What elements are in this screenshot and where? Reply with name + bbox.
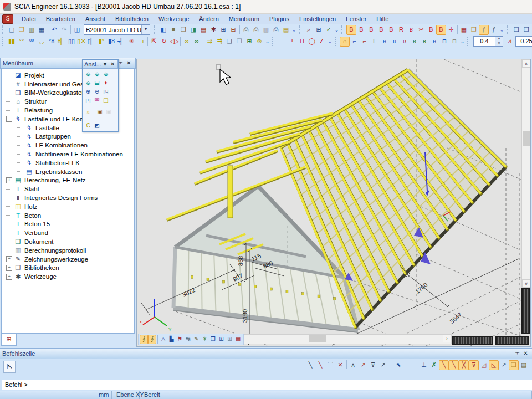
overflow-chevron-icon[interactable]: ⌄: [264, 37, 270, 46]
open-file-icon[interactable]: ❐: [17, 25, 27, 35]
menu-item-ansicht[interactable]: Ansicht: [80, 14, 110, 23]
girder-icon[interactable]: ʜ: [429, 37, 439, 47]
toolbar-grip[interactable]: [154, 25, 157, 34]
hinge-icon[interactable]: ▮8: [106, 37, 116, 47]
toolbar-grip[interactable]: [341, 25, 345, 34]
tree-expander-icon[interactable]: +: [6, 265, 12, 271]
results-chart-icon[interactable]: ▙: [167, 335, 176, 344]
plate-icon[interactable]: ▯▯: [66, 37, 76, 47]
report-icon[interactable]: ▤: [281, 25, 291, 35]
paste-window-icon[interactable]: ❐: [521, 25, 531, 35]
view-axonometric-icon[interactable]: ⬙: [84, 79, 93, 88]
truss-icon[interactable]: ʜ: [380, 37, 390, 47]
tree-tab-icon[interactable]: ⊞: [1, 334, 17, 346]
paperspace-gallery-icon[interactable]: ⊟: [228, 25, 238, 35]
mirror-icon[interactable]: ◁▷: [169, 37, 179, 47]
ucs-perp-icon[interactable]: ⊥: [419, 360, 429, 370]
loadcase-2-icon[interactable]: B: [356, 25, 366, 35]
gallery-icon[interactable]: ❒: [178, 25, 188, 35]
menu-item-bearbeiten[interactable]: Bearbeiten: [41, 14, 80, 23]
toolbar-grip[interactable]: [467, 37, 470, 46]
screenshot-wire-icon[interactable]: ▣: [104, 108, 113, 116]
units-icon[interactable]: ◧: [158, 25, 168, 35]
tree-expander-icon[interactable]: -: [6, 116, 12, 122]
scia-logo-icon[interactable]: S: [2, 14, 13, 24]
tree-expander-icon[interactable]: +: [6, 256, 12, 262]
tree-item-dokument[interactable]: ❒Dokument: [2, 237, 134, 246]
print-picture-icon[interactable]: ⎙: [251, 25, 261, 35]
stack-icon[interactable]: ❐: [234, 37, 244, 47]
view-parameters-icon[interactable]: ◩: [93, 121, 101, 130]
document-preview-icon[interactable]: ▥: [261, 25, 271, 35]
light-icon[interactable]: ☼: [84, 108, 93, 116]
scroll-right-icon[interactable]: ›: [443, 335, 451, 342]
dimension-line-icon[interactable]: ᴵᴵ: [287, 37, 297, 47]
view-top-icon[interactable]: ⬙: [84, 70, 93, 79]
escape-cursor-button[interactable]: ⇱: [3, 361, 16, 373]
grid-snap-icon[interactable]: ⁙: [409, 360, 419, 370]
beam-type-icon[interactable]: ⊓: [439, 37, 449, 47]
circle-icon[interactable]: ◯: [307, 37, 317, 47]
node-icon[interactable]: ▮▮: [7, 37, 17, 47]
picture-clipboard-icon[interactable]: ▤: [198, 25, 208, 35]
tree-item-lastgruppen[interactable]: ↯Lastgruppen: [2, 132, 134, 141]
array-icon[interactable]: ⇶: [214, 37, 224, 47]
loadcase-minus-icon[interactable]: Ƀ: [426, 25, 436, 35]
rotate-icon[interactable]: ↻: [159, 37, 169, 47]
tree-item-stahlbeton-lfk[interactable]: ↯Stahlbeton-LFK: [2, 158, 134, 167]
project-combobox[interactable]: B20001 Jacob HD U ▾: [84, 24, 150, 35]
toolbar-grip[interactable]: [2, 37, 5, 46]
chevron-down-icon[interactable]: ▾: [101, 60, 109, 68]
column-type-icon[interactable]: ⊓: [449, 37, 459, 47]
menu-item-bibliotheken[interactable]: Bibliotheken: [110, 14, 154, 23]
horizontal-scroll-thumb[interactable]: [309, 335, 326, 342]
batch-analysis-icon[interactable]: ❐: [469, 25, 479, 35]
picture-gallery-icon[interactable]: ⊞: [218, 25, 228, 35]
tree-item-lf-kombinationen[interactable]: ↯LF-Kombinationen: [2, 141, 134, 150]
scroll-up-icon[interactable]: ∧: [522, 59, 530, 68]
arc-beam-icon[interactable]: ◡: [37, 37, 47, 47]
table-query-icon[interactable]: ⌕: [304, 25, 314, 35]
zoom-selection-icon[interactable]: ◚: [93, 96, 101, 105]
support-icon[interactable]: ÷▏: [116, 37, 126, 47]
zoom-in-icon[interactable]: ⊕: [84, 88, 93, 96]
toolbar-grip[interactable]: [272, 37, 275, 46]
overflow-chevron-icon[interactable]: ⌄: [327, 37, 333, 46]
tree-item-verbund[interactable]: TVerbund: [2, 228, 134, 237]
toolbar-grip[interactable]: [335, 37, 338, 46]
text-scale-icon[interactable]: ↹: [184, 335, 192, 344]
overflow-chevron-icon[interactable]: ⌄: [459, 37, 466, 46]
truss-2-icon[interactable]: ʀ: [390, 37, 400, 47]
menu-item-plugins[interactable]: Plugins: [264, 14, 294, 23]
menu-item-fenster[interactable]: Fenster: [341, 14, 371, 23]
print-data-icon[interactable]: ⎙: [241, 25, 251, 35]
tree-expander-icon[interactable]: +: [6, 274, 12, 280]
screenshot-icon[interactable]: ▣: [95, 108, 104, 116]
layers-icon[interactable]: ≡: [168, 25, 178, 35]
zoom-all-icon[interactable]: ◰: [84, 96, 93, 105]
toolbar-grip[interactable]: [2, 25, 5, 34]
zoom-window-icon[interactable]: ◳: [101, 88, 110, 96]
clip-back-icon[interactable]: ∮: [148, 335, 156, 344]
member-check-icon[interactable]: ✓: [324, 25, 334, 35]
fe-mesh-icon[interactable]: ✳: [201, 335, 209, 344]
snap-end-active-icon[interactable]: ╲: [439, 360, 449, 370]
bracing-icon[interactable]: ʙ: [420, 37, 429, 47]
snap-list-icon[interactable]: ▤: [519, 360, 529, 370]
view-3d-window-icon[interactable]: ⬓: [93, 79, 101, 88]
results-lock2-icon[interactable]: ƒ: [489, 25, 499, 35]
snap-vertex-icon[interactable]: ↗: [358, 360, 368, 370]
3d-model-view[interactable]: 3822907868115880319017603647xY: [137, 59, 530, 346]
close-icon[interactable]: ✕: [109, 60, 116, 68]
loadcase-active-icon[interactable]: B: [436, 25, 446, 35]
tree-item-beton[interactable]: TBeton: [2, 211, 134, 220]
clipping-box-icon[interactable]: ❏: [101, 96, 110, 105]
view-grid-icon[interactable]: ⊞: [217, 335, 226, 344]
text-params-icon[interactable]: ✎: [192, 335, 201, 344]
spinner-up-icon[interactable]: ▲: [495, 37, 503, 42]
combobox-arrow-icon[interactable]: ▾: [141, 25, 150, 34]
snap-settings-icon[interactable]: ⬉: [393, 360, 403, 370]
loadcase-cut-icon[interactable]: ✂: [416, 25, 426, 35]
activity-grid-icon[interactable]: ▩: [234, 335, 242, 344]
target-icon[interactable]: ✛: [446, 25, 456, 35]
